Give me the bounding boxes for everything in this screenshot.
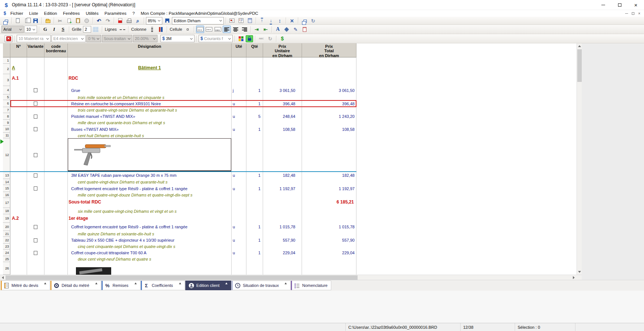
cell-ute[interactable] bbox=[232, 57, 246, 64]
save-view-icon[interactable] bbox=[163, 17, 171, 24]
cell-prix-total[interactable] bbox=[302, 231, 356, 237]
cell-variante[interactable] bbox=[27, 95, 44, 100]
cell-prix-total[interactable]: 1 243,20 bbox=[302, 113, 356, 120]
famille-select[interactable]: $ Courants f bbox=[199, 35, 233, 42]
undo-icon[interactable] bbox=[95, 17, 103, 24]
column-color-icon[interactable] bbox=[157, 26, 165, 33]
cell-ute[interactable] bbox=[232, 262, 246, 275]
open-folder-icon[interactable] bbox=[44, 17, 52, 24]
cell-prix-unitaire[interactable]: 557,90 bbox=[263, 237, 302, 244]
lock-toggle-icon[interactable] bbox=[246, 35, 253, 42]
tab-menu-caret-icon[interactable] bbox=[285, 282, 287, 284]
row-number[interactable]: 26 bbox=[3, 262, 10, 275]
cell-code-bordereau[interactable] bbox=[44, 244, 68, 249]
cell-designation[interactable]: trois cent quatre-vingt-seize Dirhams et… bbox=[68, 107, 232, 113]
cell-qte[interactable]: 1 bbox=[246, 249, 263, 256]
tab-menu-caret-icon[interactable] bbox=[135, 282, 137, 284]
cascade-windows-icon[interactable] bbox=[300, 17, 308, 24]
cell-ute[interactable] bbox=[232, 198, 246, 208]
cell-prix-unitaire[interactable] bbox=[263, 231, 302, 237]
cell-prix-total[interactable] bbox=[302, 262, 356, 275]
cell-designation[interactable] bbox=[68, 57, 232, 64]
grid-row-14[interactable]: 14cent quatre-vingt-deux Dirhams et quar… bbox=[3, 179, 356, 185]
grid-row-3[interactable]: 3A.1RDC bbox=[3, 74, 356, 86]
border-middle-icon[interactable] bbox=[205, 26, 213, 33]
cell-designation[interactable]: RDC bbox=[68, 74, 232, 86]
cell-prix-total[interactable] bbox=[302, 256, 356, 262]
cell-no[interactable] bbox=[10, 231, 27, 237]
cell-designation[interactable]: mille quinze Dirhams et soixante-dix-hui… bbox=[68, 231, 232, 237]
cell-prix-unitaire[interactable] bbox=[263, 138, 302, 172]
cell-no[interactable] bbox=[10, 133, 27, 138]
cell-code-bordereau[interactable] bbox=[44, 113, 68, 120]
cell-designation[interactable]: mille cent quatre-vingt-douze Dirhams et… bbox=[68, 192, 232, 198]
row-number[interactable]: 15 bbox=[3, 185, 10, 192]
cell-code-bordereau[interactable] bbox=[44, 126, 68, 133]
variante-checkbox[interactable] bbox=[34, 238, 37, 242]
mdi-close-button[interactable]: × bbox=[638, 11, 640, 16]
cell-prix-total[interactable] bbox=[302, 214, 356, 223]
cell-no[interactable] bbox=[10, 179, 27, 185]
cell-variante[interactable] bbox=[27, 126, 44, 133]
colors-icon[interactable] bbox=[237, 35, 245, 42]
cell-variante[interactable] bbox=[27, 107, 44, 113]
properties-icon[interactable] bbox=[301, 26, 309, 33]
underline-button[interactable]: S bbox=[59, 26, 67, 33]
row-number[interactable]: 25 bbox=[3, 256, 10, 262]
cell-designation[interactable]: 3M EASY TAPE ruban pare-vapeur Orange 30… bbox=[68, 172, 232, 179]
cell-qte[interactable] bbox=[246, 179, 263, 185]
cell-qte[interactable] bbox=[246, 64, 263, 74]
grid-row-4[interactable]: 4Gruej13 061,503 061,50 bbox=[3, 86, 356, 95]
cell-variante[interactable] bbox=[27, 133, 44, 138]
web-icon[interactable] bbox=[83, 17, 91, 24]
row-number[interactable]: 2 bbox=[3, 64, 10, 74]
cell-prix-unitaire[interactable]: 248,64 bbox=[263, 113, 302, 120]
horizontal-scroll-thumb[interactable] bbox=[6, 275, 358, 280]
cell-qte[interactable] bbox=[246, 262, 263, 275]
row-number[interactable]: 23 bbox=[3, 244, 10, 249]
cell-no[interactable] bbox=[10, 244, 27, 249]
cell-qte[interactable]: 1 bbox=[246, 100, 263, 107]
redo-icon[interactable] bbox=[104, 17, 112, 24]
cell-no[interactable]: A.2 bbox=[10, 214, 27, 223]
cell-prix-total[interactable]: 108,58 bbox=[302, 126, 356, 133]
tab-coefficients[interactable]: ΣCoefficients bbox=[141, 281, 185, 290]
menu-item-liste[interactable]: Liste bbox=[26, 11, 41, 16]
tab-situation-de-travaux[interactable]: Situation de travaux bbox=[232, 281, 291, 290]
cell-prix-unitaire[interactable] bbox=[263, 256, 302, 262]
cell-code-bordereau[interactable] bbox=[44, 256, 68, 262]
row-number[interactable]: 7 bbox=[3, 107, 10, 113]
cell-prix-unitaire[interactable] bbox=[263, 74, 302, 86]
grid-row-11[interactable]: 11cent huit Dirhams et cinquante-huit s bbox=[3, 133, 356, 138]
grid-row-1[interactable]: 1 bbox=[3, 57, 356, 64]
menu-item-utilit-s[interactable]: Utilités bbox=[83, 11, 102, 16]
cell-prix-total[interactable] bbox=[302, 133, 356, 138]
cell-prix-total[interactable]: 6 185,21 bbox=[302, 198, 356, 208]
variante-checkbox[interactable] bbox=[34, 102, 37, 106]
tab-remises[interactable]: %Remises bbox=[102, 281, 140, 290]
grid-row-20[interactable]: 20Coffret logement encastré type Rési9 -… bbox=[3, 223, 356, 231]
paste-icon[interactable] bbox=[74, 17, 82, 24]
cell-designation[interactable]: cinq cent cinquante-sept Dirhams et quat… bbox=[68, 244, 232, 249]
cell-code-bordereau[interactable] bbox=[44, 249, 68, 256]
copy-document-icon[interactable] bbox=[23, 17, 31, 24]
cell-qte[interactable] bbox=[246, 107, 263, 113]
cell-ute[interactable]: u bbox=[232, 113, 246, 120]
minimize-button[interactable] bbox=[595, 0, 611, 10]
mdi-minimize-button[interactable] bbox=[625, 13, 628, 14]
row-number[interactable]: 1 bbox=[3, 57, 10, 64]
cell-variante[interactable] bbox=[27, 86, 44, 95]
row-number[interactable]: 13 bbox=[3, 172, 10, 179]
cell-no[interactable] bbox=[10, 198, 27, 208]
contact-card-icon[interactable] bbox=[228, 17, 236, 24]
border-bottom-icon[interactable] bbox=[196, 26, 204, 33]
tab-d-tail-du-m-tr-[interactable]: Détail du métré bbox=[50, 281, 101, 290]
delete-red-x-icon[interactable]: ✕ bbox=[4, 35, 13, 42]
cell-variante[interactable] bbox=[27, 172, 44, 179]
row-number[interactable]: 10 bbox=[3, 126, 10, 133]
cell-prix-unitaire[interactable] bbox=[263, 214, 302, 223]
grid-row-19[interactable]: 19A.21er étage bbox=[3, 214, 356, 223]
cell-prix-unitaire[interactable] bbox=[263, 57, 302, 64]
cell-designation[interactable]: Résine en cartouche bi-composant XR9101 … bbox=[68, 100, 232, 107]
tools-icon[interactable] bbox=[288, 17, 296, 24]
